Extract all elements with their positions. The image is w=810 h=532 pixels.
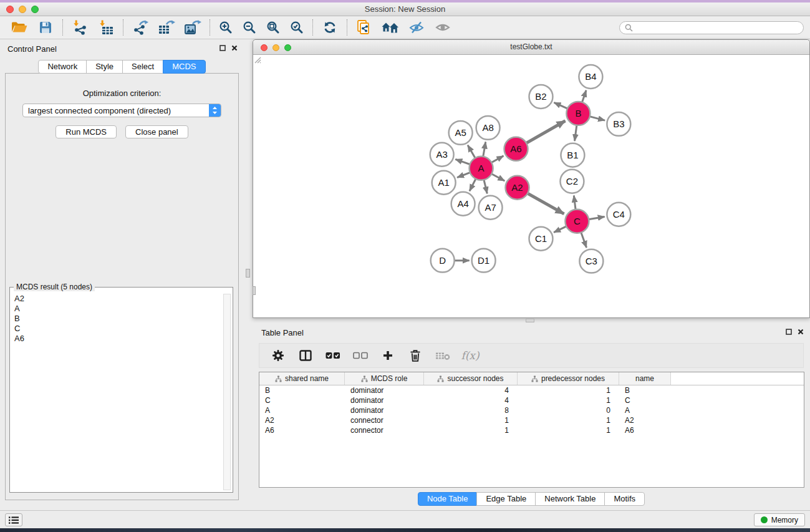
zoom-out-icon[interactable] [238, 18, 261, 37]
table-row[interactable]: A6connector11A6 [259, 425, 804, 435]
cell-predecessor_nodes: 1 [518, 395, 619, 405]
network-window-titlebar[interactable]: testGlobe.txt [253, 40, 809, 55]
delete-table-icon[interactable] [432, 346, 454, 365]
table-settings-icon[interactable] [267, 346, 289, 365]
show-hide-panels-icon[interactable] [430, 18, 456, 37]
float-panel-icon[interactable] [219, 45, 226, 51]
cell-name: C [619, 395, 671, 405]
search-input[interactable] [636, 23, 798, 32]
cell-name: B [619, 385, 671, 395]
control-panel-tabs: NetworkStyleSelectMCDS [0, 60, 244, 74]
zoom-selected-icon[interactable] [285, 18, 309, 37]
right-stack: testGlobe.txt A5A8A6A3AA1A2A4A7B4B2BB3B1… [253, 39, 810, 510]
window-resize-grip[interactable] [253, 55, 809, 317]
column-header-predecessor_nodes[interactable]: predecessor nodes [518, 372, 619, 385]
cell-shared_name: A2 [259, 415, 345, 425]
column-header-successor_nodes[interactable]: successor nodes [424, 372, 518, 385]
criterion-select[interactable]: largest connected component (directed) [22, 104, 221, 117]
table-row[interactable]: Adominator80A [259, 405, 804, 415]
export-table-icon[interactable] [153, 18, 180, 37]
tab-node-table[interactable]: Node Table [418, 492, 478, 506]
cell-predecessor_nodes: 1 [518, 385, 619, 395]
delete-columns-icon[interactable] [404, 346, 427, 365]
tab-network[interactable]: Network [38, 60, 87, 74]
function-builder-icon[interactable]: f(x) [459, 346, 481, 365]
zoom-in-icon[interactable] [214, 18, 238, 37]
close-panel-icon[interactable] [798, 329, 804, 335]
close-panel-icon[interactable] [231, 45, 238, 51]
tab-mcds[interactable]: MCDS [163, 60, 205, 74]
export-image-icon[interactable] [180, 18, 206, 37]
splitter-handle[interactable] [246, 269, 250, 278]
network-canvas[interactable]: A5A8A6A3AA1A2A4A7B4B2BB3B1C2CC1C3C4DD1 [253, 56, 809, 317]
search-box[interactable] [619, 21, 804, 34]
toolbar-separator [210, 19, 210, 36]
select-all-columns-icon[interactable] [322, 346, 344, 365]
table-panel-tabs: Node TableEdge TableNetwork TableMotifs [253, 492, 810, 506]
cell-successor_nodes: 4 [424, 395, 518, 405]
mcds-result-item[interactable]: A6 [14, 334, 233, 344]
desktop-background-bottom [0, 528, 810, 532]
create-new-column-icon[interactable] [377, 346, 399, 365]
tab-select[interactable]: Select [122, 60, 163, 74]
cell-successor_nodes: 4 [424, 385, 518, 395]
cell-shared_name: C [259, 395, 345, 405]
zoom-fit-icon[interactable] [261, 18, 285, 37]
table-panel-title: Table Panel [261, 328, 304, 337]
float-panel-icon[interactable] [786, 329, 792, 335]
mcds-result-item[interactable]: B [14, 314, 233, 324]
refresh-layout-icon[interactable] [317, 18, 343, 37]
column-type-icon [361, 375, 368, 382]
unselect-all-columns-icon[interactable] [349, 346, 372, 365]
panel-splitter-vertical[interactable] [244, 39, 253, 510]
optimization-criterion-label: Optimization criterion: [6, 89, 238, 98]
app-titlebar: Session: New Session [0, 2, 810, 16]
column-header-name[interactable]: name [619, 372, 671, 385]
table-row[interactable]: Bdominator41B [259, 385, 804, 395]
vizmapper-toggle-icon[interactable] [403, 18, 430, 37]
table-row[interactable]: Cdominator41C [259, 395, 804, 405]
mcds-result-item[interactable]: C [14, 324, 233, 334]
cell-successor_nodes: 8 [424, 405, 518, 415]
column-header-mcds_role[interactable]: MCDS role [345, 372, 424, 385]
memory-button[interactable]: Memory [754, 513, 805, 526]
panel-splitter-horizontal[interactable] [253, 318, 810, 323]
cell-mcds_role: dominator [345, 405, 424, 415]
column-header-shared_name[interactable]: shared name [259, 372, 345, 385]
cell-mcds_role: dominator [345, 385, 424, 395]
task-history-button[interactable] [5, 513, 22, 526]
toolbar-separator [123, 19, 123, 36]
cell-name: A6 [619, 425, 671, 435]
open-session-icon[interactable] [6, 18, 32, 37]
close-panel-button[interactable]: Close panel [125, 125, 188, 138]
export-network-icon[interactable] [127, 18, 153, 37]
status-bar: Memory [0, 510, 810, 528]
toggle-column-view-icon[interactable] [294, 346, 317, 365]
tab-edge-table[interactable]: Edge Table [476, 492, 536, 506]
result-scrollbar[interactable] [223, 294, 231, 490]
splitter-handle[interactable] [526, 319, 534, 322]
tab-motifs[interactable]: Motifs [604, 492, 645, 506]
cell-name: A2 [619, 415, 671, 425]
select-stepper-icon [209, 104, 221, 117]
first-neighbors-icon[interactable] [377, 18, 403, 37]
table-row[interactable]: A2connector11A2 [259, 415, 804, 425]
workspace: Control Panel NetworkStyleSelectMCDS Opt… [0, 39, 810, 510]
mcds-result-item[interactable]: A2 [14, 294, 233, 304]
import-network-icon[interactable] [67, 18, 93, 37]
clone-network-icon[interactable] [351, 18, 377, 37]
save-session-icon[interactable] [32, 18, 59, 37]
table-header-row: shared nameMCDS rolesuccessor nodesprede… [259, 372, 804, 385]
mcds-panel: Optimization criterion: largest connecte… [5, 73, 239, 500]
run-mcds-button[interactable]: Run MCDS [55, 125, 117, 138]
network-view-window: testGlobe.txt A5A8A6A3AA1A2A4A7B4B2BB3B1… [253, 39, 810, 318]
mcds-result-title: MCDS result (5 nodes) [14, 283, 95, 291]
tab-network-table[interactable]: Network Table [535, 492, 605, 506]
column-type-icon [275, 375, 282, 382]
cell-successor_nodes: 1 [424, 425, 518, 435]
mcds-result-item[interactable]: A [14, 304, 233, 314]
tab-style[interactable]: Style [86, 60, 123, 74]
import-table-icon[interactable] [93, 18, 119, 37]
control-panel-title: Control Panel [7, 44, 57, 54]
list-icon [8, 516, 19, 525]
